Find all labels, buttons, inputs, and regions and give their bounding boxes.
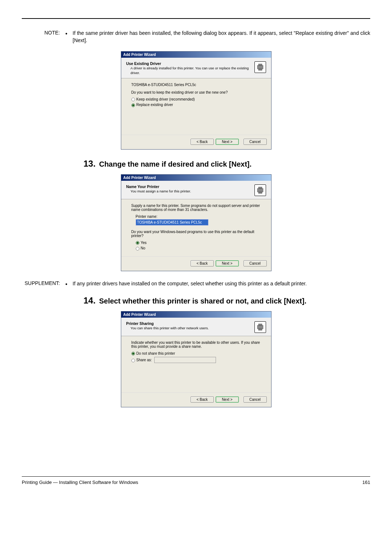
dialog3-wrapper: Add Printer Wizard Printer Sharing You c… <box>22 311 370 407</box>
dialog1-header-text: Use Existing Driver A driver is already … <box>126 61 254 75</box>
dialog3-header-text: Printer Sharing You can share this print… <box>126 321 209 330</box>
radio-no-input[interactable] <box>136 247 139 250</box>
radio-shareas-label: Share as: <box>136 358 152 362</box>
back-button[interactable]: < Back <box>191 139 214 145</box>
dialog-printer-sharing: Add Printer Wizard Printer Sharing You c… <box>121 311 271 407</box>
dialog3-footer: < Back Next > Cancel <box>121 392 271 407</box>
radio-no[interactable]: No <box>136 246 261 250</box>
dialog2-body: Supply a name for this printer. Some pro… <box>121 199 271 256</box>
radio-no-label: No <box>141 246 146 250</box>
printer-icon <box>254 61 266 73</box>
supplement-text: If any printer drivers have installed on… <box>73 280 370 288</box>
dialog1-model: TOSHIBA e-STUDIO4511 Series PCL5c <box>131 83 261 87</box>
step-13-text: Change the name if desired and click [Ne… <box>99 160 252 168</box>
step-13-number: 13. <box>83 159 95 168</box>
dialog1-header-bold: Use Existing Driver <box>126 61 161 66</box>
radio-keep-existing[interactable]: Keep existing driver (recommended) <box>131 97 261 101</box>
cancel-button[interactable]: Cancel <box>244 139 267 145</box>
step-14-number: 14. <box>83 296 95 305</box>
printer-name-input[interactable]: TOSHIBA e-STUDIO4511 Series PCL5c <box>136 219 208 225</box>
dialog3-body: Indicate whether you want this printer t… <box>121 336 271 392</box>
dialog2-default-question: Do you want your Windows-based programs … <box>131 230 261 238</box>
cancel-button[interactable]: Cancel <box>244 396 267 403</box>
dialog2-title: Add Printer Wizard <box>121 175 271 181</box>
dialog3-title: Add Printer Wizard <box>121 311 271 318</box>
dialog3-indicate: Indicate whether you want this printer t… <box>131 341 261 349</box>
dialog-use-existing-driver: Add Printer Wizard Use Existing Driver A… <box>121 51 271 150</box>
footer-page-number: 161 <box>362 480 370 485</box>
bottom-rule <box>22 476 370 477</box>
top-rule <box>22 18 370 19</box>
radio-noshare-input[interactable] <box>131 352 135 355</box>
next-button[interactable]: Next > <box>216 396 239 403</box>
page-footer: Printing Guide — Installing Client Softw… <box>22 480 370 485</box>
next-button[interactable]: Next > <box>216 260 239 266</box>
radio-yes[interactable]: Yes <box>136 241 261 245</box>
dialog1-header-sub: A driver is already installed for this p… <box>131 66 254 75</box>
dialog2-header-text: Name Your Printer You must assign a name… <box>126 184 191 194</box>
radio-keep-input[interactable] <box>131 98 135 101</box>
dialog1-header: Use Existing Driver A driver is already … <box>121 58 271 78</box>
back-button[interactable]: < Back <box>191 260 214 266</box>
step-14-text: Select whether this printer is shared or… <box>99 297 306 305</box>
dialog2-wrapper: Add Printer Wizard Name Your Printer You… <box>22 174 370 271</box>
dialog3-header-sub: You can share this printer with other ne… <box>131 326 209 330</box>
dialog2-footer: < Back Next > Cancel <box>121 256 271 271</box>
dialog1-title: Add Printer Wizard <box>121 52 271 58</box>
footer-left: Printing Guide — Installing Client Softw… <box>22 480 138 485</box>
note-label: NOTE: <box>36 30 65 44</box>
radio-replace-label: Replace existing driver <box>136 103 173 107</box>
printer-icon <box>254 321 266 333</box>
supplement-block: SUPPLEMENT: • If any printer drivers hav… <box>22 280 370 288</box>
back-button[interactable]: < Back <box>191 396 214 403</box>
radio-share-as[interactable]: Share as: <box>131 357 261 363</box>
radio-replace-input[interactable] <box>131 103 135 107</box>
bullet: • <box>65 30 73 44</box>
radio-keep-label: Keep existing driver (recommended) <box>136 97 195 101</box>
dialog-name-printer: Add Printer Wizard Name Your Printer You… <box>121 174 271 271</box>
bullet: • <box>65 280 73 288</box>
printer-name-group: Printer name: TOSHIBA e-STUDIO4511 Serie… <box>136 215 261 225</box>
dialog2-supply: Supply a name for this printer. Some pro… <box>131 204 261 212</box>
step-14-heading: 14. Select whether this printer is share… <box>83 296 370 306</box>
printer-icon <box>254 184 266 196</box>
dialog2-header-bold: Name Your Printer <box>126 184 159 189</box>
radio-do-not-share[interactable]: Do not share this printer <box>131 351 261 355</box>
dialog2-header-sub: You must assign a name for this printer. <box>131 189 191 194</box>
radio-yes-label: Yes <box>141 241 147 245</box>
step-13-heading: 13. Change the name if desired and click… <box>83 159 370 169</box>
note-block: NOTE: • If the same printer driver has b… <box>36 30 370 44</box>
supplement-label: SUPPLEMENT: <box>22 280 65 288</box>
note-text-1: If the same printer driver has been inst… <box>73 30 370 44</box>
dialog1-body: TOSHIBA e-STUDIO4511 Series PCL5c Do you… <box>121 78 271 135</box>
radio-yes-input[interactable] <box>136 241 139 245</box>
share-name-input[interactable] <box>154 357 216 363</box>
dialog1-question: Do you want to keep the existing driver … <box>131 90 261 94</box>
dialog1-footer: < Back Next > Cancel <box>121 135 271 149</box>
cancel-button[interactable]: Cancel <box>244 260 267 266</box>
printer-name-label: Printer name: <box>136 215 261 219</box>
default-printer-options: Yes No <box>136 241 261 250</box>
radio-replace-existing[interactable]: Replace existing driver <box>131 103 261 107</box>
radio-shareas-input[interactable] <box>131 359 135 362</box>
dialog3-header: Printer Sharing You can share this print… <box>121 318 271 336</box>
dialog2-header: Name Your Printer You must assign a name… <box>121 181 271 199</box>
dialog3-header-bold: Printer Sharing <box>126 321 154 326</box>
dialog1-wrapper: Add Printer Wizard Use Existing Driver A… <box>22 51 370 150</box>
radio-noshare-label: Do not share this printer <box>136 351 175 355</box>
next-button[interactable]: Next > <box>216 139 239 145</box>
